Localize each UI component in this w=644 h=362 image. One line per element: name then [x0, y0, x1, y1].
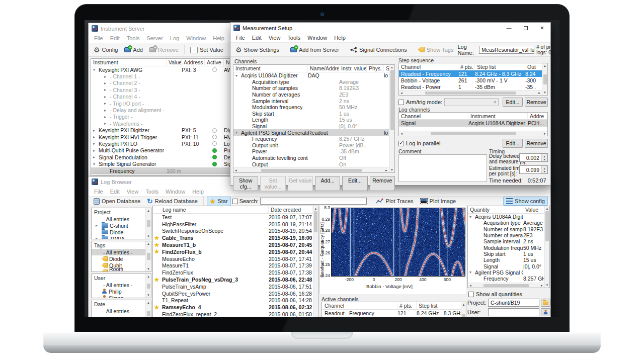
- star-icon[interactable]: [153, 255, 160, 262]
- menu-item[interactable]: Window: [162, 188, 189, 196]
- col-channel[interactable]: Channel: [322, 302, 397, 309]
- menu-item[interactable]: Tools: [284, 34, 304, 42]
- quantity-row[interactable]: Modulation frequen... 50 MHz: [468, 244, 549, 250]
- quantity-row[interactable]: Sample interval 2 ns: [468, 238, 549, 244]
- channel-row[interactable]: Modulation frequency 50 MHz: [233, 104, 394, 111]
- user-input[interactable]: [488, 308, 539, 316]
- expand-arrow[interactable]: ▾: [93, 162, 99, 166]
- menu-item[interactable]: Help: [209, 34, 228, 42]
- log-row[interactable]: Cable_Trans 2015-08-19, 16:00: [153, 234, 318, 241]
- log-row[interactable]: FindZeroFlux 2015-08-07, 17:38 3: [153, 269, 318, 276]
- col-date-created[interactable]: Date created: [269, 206, 313, 213]
- col-channel[interactable]: Channel: [399, 63, 458, 70]
- star-icon[interactable]: [153, 235, 160, 241]
- remove-channel-button[interactable]: Remove: [370, 176, 395, 191]
- filter-item[interactable]: ▸C-shunt: [92, 222, 151, 229]
- active-channel-row[interactable]: Readout - Frequency 121 8.24 GHz - 8.3 G…: [322, 310, 466, 317]
- log-row[interactable]: MeasureEcho 2015-08-07, 17:41 4: [153, 255, 318, 262]
- edit-channel-button[interactable]: Edit...: [342, 176, 367, 191]
- select-user-button[interactable]: [541, 308, 550, 316]
- filter-item[interactable]: Philip: [92, 288, 151, 295]
- step-row[interactable]: Bobbin - Voltage 261 -300 mV - 1 V -300: [399, 77, 547, 83]
- show-tags-button[interactable]: Show Tags: [416, 46, 456, 54]
- h-scrollbar[interactable]: ◄►: [468, 283, 544, 288]
- star-filter-button[interactable]: Star: [207, 197, 231, 206]
- menu-item[interactable]: File: [91, 34, 107, 42]
- log-row[interactable]: SwitchResponseOnScope 2015-08-19, 20:54: [153, 228, 318, 235]
- quantity-row[interactable]: ▾Agilent PSG Signal Gen...: [468, 269, 549, 276]
- expand-arrow[interactable]: ▸: [93, 155, 99, 159]
- star-icon[interactable]: [153, 290, 160, 297]
- menu-item[interactable]: Log: [167, 34, 183, 42]
- col-active[interactable]: Active: [205, 59, 224, 66]
- log-row[interactable]: PulseTrain_vsAmp 2015-08-06, 17:51 1: [153, 283, 318, 290]
- star-icon[interactable]: [153, 242, 160, 248]
- log-row[interactable]: HighPassFilter 2015-08-19, 21:14: [153, 221, 318, 228]
- expand-arrow[interactable]: ▸: [104, 74, 110, 79]
- show-config-button[interactable]: Show config: [503, 197, 548, 206]
- comment-box[interactable]: [398, 154, 487, 182]
- scrollbar[interactable]: ▲▼: [461, 302, 466, 317]
- filter-item[interactable]: Diode: [92, 255, 151, 262]
- expand-arrow[interactable]: ▸: [93, 148, 99, 153]
- scrollbar[interactable]: ▲▼: [389, 65, 394, 172]
- quantity-row[interactable]: Length 15 us: [468, 257, 549, 263]
- quantity-row[interactable]: Signal |0|, 0.0°: [468, 263, 549, 269]
- channel-row[interactable]: Acquisition type Average: [233, 79, 394, 85]
- menu-item[interactable]: Help: [189, 188, 207, 196]
- h-scrollbar[interactable]: ◄►: [399, 90, 542, 95]
- star-icon[interactable]: [153, 297, 160, 304]
- col-pts[interactable]: # pts.: [458, 63, 475, 70]
- titlebar[interactable]: Measurement Setup — ✕: [230, 23, 550, 33]
- remove-button[interactable]: Remove: [147, 46, 181, 54]
- expand-arrow[interactable]: ▸: [104, 101, 110, 106]
- channel-row[interactable]: Signal |0|, 0.0°: [233, 123, 394, 130]
- filter-item[interactable]: ▸TWPA: [92, 235, 151, 239]
- search-input[interactable]: [260, 198, 367, 205]
- menu-item[interactable]: Help: [331, 34, 349, 42]
- quantity-row[interactable]: Number of averages 2E3: [468, 232, 549, 238]
- channel-row[interactable]: Output unit Power [dB...: [233, 142, 394, 149]
- estimate-spinner[interactable]: 0.099▲▼: [519, 165, 548, 174]
- star-icon[interactable]: [153, 248, 160, 255]
- star-icon[interactable]: [153, 228, 160, 234]
- star-icon[interactable]: [153, 214, 160, 220]
- menu-item[interactable]: Tools: [142, 188, 162, 196]
- filter-item[interactable]: - All entries -: [92, 308, 151, 314]
- show-cfg-button[interactable]: Show cfg...: [233, 176, 258, 191]
- menu-item[interactable]: Edit: [249, 34, 265, 42]
- set-value-button[interactable]: Set Value: [188, 46, 226, 54]
- channel-row[interactable]: Automatic levelling control... Off: [233, 155, 394, 161]
- heatmap-canvas[interactable]: [331, 208, 465, 277]
- add-channel-button[interactable]: Add...: [315, 176, 340, 191]
- col-instrument[interactable]: Instrument: [468, 113, 528, 120]
- log-row[interactable]: PulseTrain_PosNeg_vsDrag_3 2015-08-06, 2…: [153, 276, 318, 283]
- scrollbar[interactable]: ▲▼: [542, 63, 547, 95]
- channel-row[interactable]: Number of samples 8.192E3: [233, 85, 394, 92]
- log-row[interactable]: RamseyEcho_4 2015-08-06, 02:32 1: [153, 304, 318, 311]
- channel-row[interactable]: ▾Acqiris U1084A Digitizer DAQ lo: [233, 72, 394, 79]
- expand-arrow[interactable]: ▸: [104, 87, 110, 92]
- expand-arrow[interactable]: ▸: [93, 135, 99, 139]
- delay-spinner[interactable]: 0.002▲▼: [519, 153, 548, 162]
- step-row[interactable]: Readout - Frequency 121 8.24 GHz - 8.3 G…: [399, 70, 547, 77]
- col-value[interactable]: Value: [167, 59, 182, 66]
- search-checkbox[interactable]: [232, 199, 238, 204]
- edit-step-button[interactable]: Edit...: [503, 98, 523, 107]
- star-icon[interactable]: [153, 269, 160, 276]
- filter-item[interactable]: - All entries -: [92, 216, 151, 222]
- channel-row[interactable]: Number of averages 2E3: [233, 92, 394, 98]
- expand-arrow[interactable]: ▸: [104, 115, 110, 119]
- h-scrollbar[interactable]: ◄►: [233, 167, 389, 172]
- log-parallel-checkbox[interactable]: [398, 141, 404, 146]
- col-step-list[interactable]: Step list: [475, 63, 525, 70]
- quantity-row[interactable]: Frequency 8.257 GHz: [468, 276, 549, 282]
- log-row[interactable]: T1_Repeat 2015-08-06, 14:28 1: [153, 297, 318, 304]
- channel-row[interactable]: Length 15 us: [233, 117, 394, 123]
- col-address[interactable]: Addre: [528, 113, 547, 120]
- remove-log-channel-button[interactable]: Remove: [525, 139, 548, 148]
- scrollbar[interactable]: ▲▼: [313, 206, 318, 317]
- log-row[interactable]: MeasureT1_b 2015-08-07, 20:45 4: [153, 241, 318, 248]
- log-channel-row[interactable]: Signal Acqiris U1084A Digitizer PCI:I...: [399, 120, 547, 127]
- col-channel[interactable]: Channel: [399, 113, 468, 120]
